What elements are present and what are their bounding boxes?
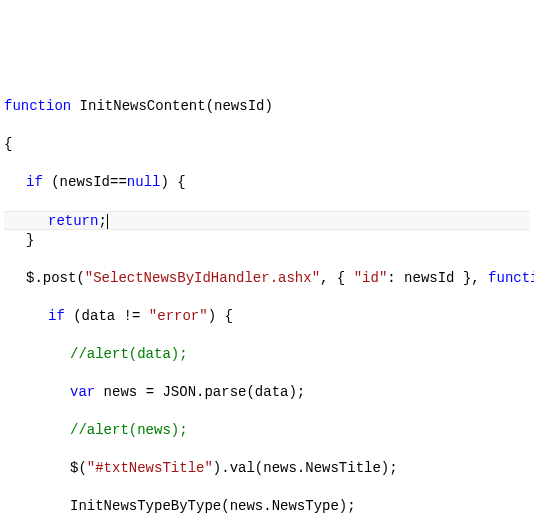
active-line[interactable]: return; (4, 211, 530, 230)
code-line: if (data != "error") { (4, 307, 530, 326)
code-line: //alert(data); (4, 345, 530, 364)
code-line: $("#txtNewsTitle").val(news.NewsTitle); (4, 459, 530, 478)
code-line: { (4, 135, 530, 154)
code-line: } (4, 231, 530, 250)
code-line: $.post("SelectNewsByIdHandler.ashx", { "… (4, 269, 530, 288)
code-editor[interactable]: function InitNewsContent(newsId) { if (n… (4, 78, 530, 517)
code-line: function InitNewsContent(newsId) (4, 97, 530, 116)
code-line: //alert(news); (4, 421, 530, 440)
code-line: if (newsId==null) { (4, 173, 530, 192)
code-line: var news = JSON.parse(data); (4, 383, 530, 402)
text-caret (107, 214, 108, 229)
code-line: InitNewsTypeByType(news.NewsType); (4, 497, 530, 516)
